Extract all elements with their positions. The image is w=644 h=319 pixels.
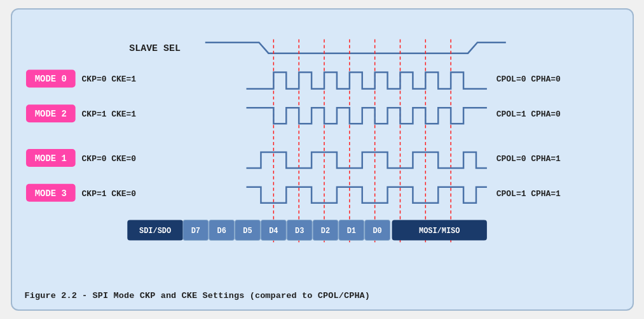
data-d6-label: D6 (217, 227, 226, 236)
mode2-wave (246, 108, 486, 124)
data-sdisdo-label: SDI/SDO (139, 227, 171, 236)
data-d5-label: D5 (243, 227, 252, 236)
mode3-params: CKP=1 CKE=0 (81, 189, 136, 199)
data-d1-label: D1 (346, 227, 355, 236)
mode2-right: CPOL=1 CPHA=0 (496, 110, 560, 119)
figure-caption: Figure 2.2 - SPI Mode CKP and CKE Settin… (25, 286, 620, 301)
mode2-label: MODE 2 (34, 109, 66, 119)
mode0-wave (246, 73, 486, 89)
mode1-params: CKP=0 CKE=0 (81, 154, 136, 164)
data-d3-label: D3 (294, 227, 303, 236)
data-d7-label: D7 (191, 227, 200, 236)
data-d4-label: D4 (269, 227, 278, 236)
mode0-params: CKP=0 CKE=1 (81, 74, 136, 84)
mode1-label: MODE 1 (34, 153, 66, 164)
diagram-svg-container: SLAVE SEL MODE 0 CKP=0 CKE=1 CPO (25, 21, 620, 286)
outer-container: SLAVE SEL MODE 0 CKP=0 CKE=1 CPO (11, 8, 634, 311)
slave-sel-wave (205, 43, 505, 53)
mode3-right: CPOL=1 CPHA=1 (496, 189, 560, 199)
mode2-params: CKP=1 CKE=1 (81, 110, 136, 119)
data-d2-label: D2 (320, 227, 329, 236)
data-mosimiso-label: MOSI/MISO (418, 227, 459, 236)
slave-sel-label: SLAVE SEL (129, 43, 181, 53)
mode1-right: CPOL=0 CPHA=1 (496, 154, 560, 164)
data-d0-label: D0 (373, 227, 381, 236)
mode3-label: MODE 3 (34, 188, 66, 199)
mode0-right: CPOL=0 CPHA=0 (496, 74, 560, 84)
mode0-label: MODE 0 (34, 74, 66, 84)
